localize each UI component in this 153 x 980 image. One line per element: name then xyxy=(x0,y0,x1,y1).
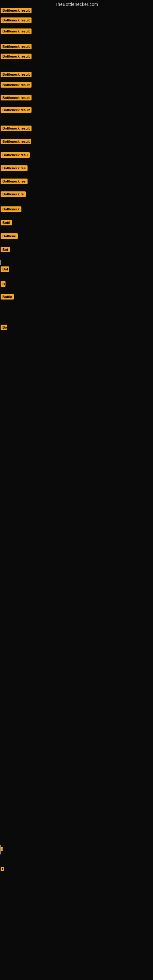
bottleneck-result-badge[interactable]: Bottleneck result xyxy=(1,126,32,131)
bottleneck-badge-row[interactable]: Bot xyxy=(1,266,9,273)
bottleneck-result-badge[interactable]: Bottleneck res xyxy=(1,178,27,184)
bottleneck-result-badge[interactable]: Bottleneck res xyxy=(1,165,27,171)
bottleneck-badge-row[interactable]: Bottleneck result xyxy=(1,95,32,102)
vertical-line-indicator xyxy=(0,260,1,265)
bottleneck-badge-row[interactable]: Bottleneck result xyxy=(1,82,32,89)
small-indicator-badge: | xyxy=(1,847,3,851)
bottleneck-result-badge[interactable]: Bottleneck result xyxy=(1,18,32,23)
bottleneck-badge-row[interactable]: Bottleneck resu xyxy=(1,152,30,159)
bottleneck-badge-row[interactable]: Bottleneck result xyxy=(1,29,32,35)
bottleneck-badge-row[interactable]: Bottleneck res xyxy=(1,165,27,172)
vertical-line-indicator-2 xyxy=(0,845,1,854)
bottleneck-result-badge[interactable]: B xyxy=(1,281,5,286)
bottleneck-badge-row[interactable]: Bottleneck result xyxy=(1,18,32,24)
bottleneck-result-badge[interactable]: Bottleneck result xyxy=(1,44,32,49)
small-indicator-badge: ■ xyxy=(1,867,4,871)
bottleneck-result-badge[interactable]: Bottleneck result xyxy=(1,29,32,34)
site-title: TheBottlenecker.com xyxy=(0,0,153,9)
bottleneck-result-badge[interactable]: Bottleneck result xyxy=(1,107,32,113)
bottleneck-badge-row[interactable]: Bottleneck result xyxy=(1,139,31,145)
bottleneck-badge-row[interactable]: Bottleneck xyxy=(1,207,21,213)
bottleneck-badge-row[interactable]: Bottleneck re xyxy=(1,191,26,198)
bottleneck-badge-row[interactable]: Bottlene xyxy=(1,233,18,240)
bottleneck-badge-row[interactable]: Bottleneck res xyxy=(1,178,27,185)
bottleneck-badge-row[interactable]: Bottl xyxy=(1,220,12,227)
bottleneck-result-badge[interactable]: Bottleneck result xyxy=(1,72,32,77)
bottleneck-result-badge[interactable]: Bottleneck result xyxy=(1,54,32,59)
bottleneck-badge-row[interactable]: Bottleneck result xyxy=(1,8,32,14)
bottleneck-badge-row[interactable]: Bottleneck result xyxy=(1,44,32,51)
bottleneck-result-badge[interactable]: Bo xyxy=(1,325,7,330)
bottleneck-badge-row[interactable]: Bottleneck result xyxy=(1,72,32,78)
bottleneck-badge-row[interactable]: Bottle xyxy=(1,294,14,301)
bottleneck-result-badge[interactable]: Bottle xyxy=(1,294,14,299)
bottleneck-badge-row[interactable]: Bottleneck result xyxy=(1,54,32,60)
bottleneck-result-badge[interactable]: Bot xyxy=(1,266,9,272)
bottleneck-badge-row[interactable]: B xyxy=(1,281,5,288)
bottleneck-result-badge[interactable]: Bottleneck result xyxy=(1,139,31,144)
bottleneck-badge-row[interactable]: Bo xyxy=(1,325,7,331)
bottleneck-result-badge[interactable]: Bottleneck result xyxy=(1,82,32,88)
bottleneck-result-badge[interactable]: Bottleneck result xyxy=(1,8,32,13)
bottleneck-result-badge[interactable]: Bottlene xyxy=(1,233,18,239)
bottleneck-result-badge[interactable]: Bottleneck re xyxy=(1,191,26,197)
bottleneck-badge-row[interactable]: Bottleneck result xyxy=(1,107,32,114)
bottleneck-result-badge[interactable]: Bottleneck resu xyxy=(1,152,30,158)
bottleneck-badge-row[interactable]: Bottleneck result xyxy=(1,126,32,132)
bottleneck-result-badge[interactable]: Bottleneck xyxy=(1,207,21,212)
bottleneck-result-badge[interactable]: Bottleneck result xyxy=(1,95,32,100)
bottleneck-result-badge[interactable]: Bottl xyxy=(1,220,12,225)
bottleneck-result-badge[interactable]: Bot xyxy=(1,247,10,252)
bottleneck-badge-row[interactable]: Bot xyxy=(1,247,10,254)
